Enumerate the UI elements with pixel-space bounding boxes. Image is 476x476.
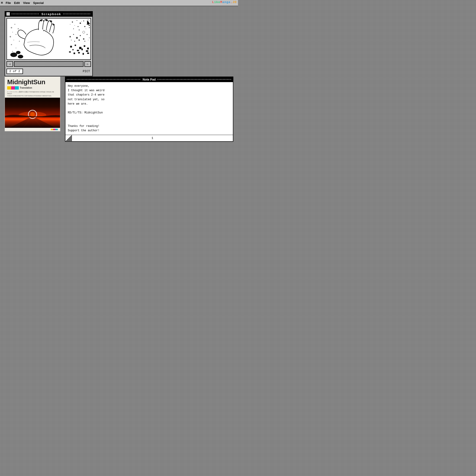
notepad-line8: Support the author!	[68, 129, 231, 133]
scrapbook-window: Scrapbook	[5, 11, 93, 76]
album-translations: 1 ミドナイトサン (真夜中の太陽) 2 ПОЛУДЕННОЕ СОЛНЦЕ 3…	[5, 90, 60, 98]
brand-anga: anga	[222, 0, 230, 4]
svg-point-54	[14, 40, 14, 40]
brand-logo: LikeManga.JO	[212, 0, 237, 4]
strip-cyan	[15, 86, 19, 89]
svg-rect-32	[79, 47, 81, 49]
apple-menu[interactable]: ⌘	[1, 1, 3, 5]
page-counter: 2 of 2	[6, 69, 23, 74]
svg-point-3	[80, 22, 81, 24]
svg-point-62	[10, 52, 17, 57]
svg-point-12	[73, 29, 74, 29]
svg-point-14	[86, 29, 86, 29]
svg-point-27	[78, 39, 80, 41]
menu-bar: ⌘ File Edit View Special LikeManga.JO	[0, 0, 238, 6]
notepad-page-number: 1	[72, 136, 233, 140]
svg-point-25	[71, 40, 72, 40]
svg-point-57	[16, 48, 16, 48]
svg-rect-33	[84, 45, 85, 47]
color-strips	[7, 86, 19, 89]
svg-rect-36	[77, 50, 79, 51]
svg-rect-41	[78, 52, 80, 53]
scrapbook-title: Scrapbook	[41, 12, 61, 16]
notepad-window: Note Pad Hey everyone, I thought it was …	[65, 77, 233, 142]
svg-rect-30	[70, 46, 72, 48]
strip-magenta	[11, 86, 15, 89]
svg-point-2	[77, 20, 77, 21]
svg-point-56	[11, 44, 12, 45]
album-title: MidnightSun	[7, 79, 58, 86]
strip-yellow	[7, 86, 11, 89]
svg-rect-37	[81, 49, 83, 50]
svg-point-4	[83, 20, 84, 21]
notepad-title: Note Pad	[143, 78, 156, 81]
album-subtitle-bar: Translation	[7, 86, 58, 89]
svg-point-1	[72, 22, 73, 23]
translations-line2: 4 SOLE DI MEZZANOTTE 5 MITTERNACHTSSONNE…	[7, 95, 58, 97]
svg-point-29	[88, 40, 88, 40]
svg-point-21	[80, 35, 81, 36]
notepad-corner	[66, 135, 72, 141]
prev-button[interactable]: ◁	[6, 61, 13, 67]
close-box[interactable]	[6, 12, 10, 16]
svg-point-45	[45, 19, 48, 21]
next-button[interactable]: ▷	[85, 61, 91, 67]
brand-L: L	[212, 0, 214, 4]
scrapbook-content: ◁ ▷ 2 of 2 PICT	[5, 17, 92, 76]
svg-point-48	[11, 27, 12, 28]
svg-point-7	[78, 26, 79, 27]
svg-point-47	[53, 24, 55, 26]
album-footer	[5, 128, 60, 131]
svg-point-18	[69, 36, 71, 37]
svg-rect-34	[87, 48, 89, 50]
svg-point-63	[18, 55, 23, 58]
svg-point-24	[89, 38, 90, 38]
bottom-area: MidnightSun Translation 1 ミドナイトサン (真夜中の太…	[5, 77, 233, 142]
scroll-track[interactable]	[14, 61, 84, 67]
svg-point-49	[14, 24, 15, 25]
svg-rect-40	[73, 52, 75, 54]
svg-point-17	[83, 31, 85, 34]
svg-point-22	[83, 38, 85, 40]
notepad-line4: not translated yet, so	[68, 97, 231, 102]
svg-point-50	[18, 28, 19, 30]
svg-point-64	[16, 51, 20, 54]
notepad-line5: here we are.	[68, 102, 231, 106]
translations-line1: 1 ミドナイトサン (真夜中の太陽) 2 ПОЛУДЕННОЕ СОЛНЦЕ 3…	[7, 91, 58, 95]
svg-rect-35	[72, 49, 73, 50]
svg-point-8	[81, 21, 82, 22]
color-bar-footer	[51, 129, 58, 130]
notepad-line6: RD/TL/TS: MidnightSun	[68, 111, 231, 115]
nav-bar: ◁ ▷	[6, 61, 91, 67]
svg-point-51	[12, 32, 13, 33]
bar-c	[55, 129, 58, 130]
svg-point-9	[84, 26, 85, 27]
view-menu[interactable]: View	[23, 1, 30, 5]
notepad-line3: that chapters 2-4 were	[68, 93, 231, 97]
brand-JO: JO	[232, 0, 237, 4]
svg-point-53	[10, 36, 11, 37]
svg-point-23	[86, 34, 87, 35]
notepad-line2: I thought it was weird	[68, 88, 231, 93]
brand-ike: ike	[214, 0, 220, 4]
bar-y	[51, 129, 53, 130]
titlebar-decoration: Scrapbook	[12, 12, 91, 16]
svg-point-44	[40, 19, 42, 21]
notepad-titlebar: Note Pad	[66, 77, 233, 82]
album-subtitle: Translation	[20, 86, 32, 89]
album-panel: MidnightSun Translation 1 ミドナイトサン (真夜中の太…	[5, 77, 60, 131]
svg-point-19	[73, 34, 74, 35]
svg-point-28	[85, 41, 85, 42]
edit-menu[interactable]: Edit	[14, 1, 20, 5]
notepad-content: Hey everyone, I thought it was weird tha…	[66, 82, 233, 135]
file-menu[interactable]: File	[6, 1, 11, 5]
dither-art	[7, 18, 90, 59]
svg-point-26	[74, 41, 75, 42]
svg-point-11	[70, 24, 70, 25]
svg-rect-38	[86, 50, 88, 52]
bar-m	[53, 129, 55, 130]
special-menu[interactable]: Special	[33, 1, 44, 5]
svg-point-13	[79, 30, 80, 30]
svg-point-58	[12, 51, 13, 52]
svg-rect-31	[75, 45, 76, 46]
